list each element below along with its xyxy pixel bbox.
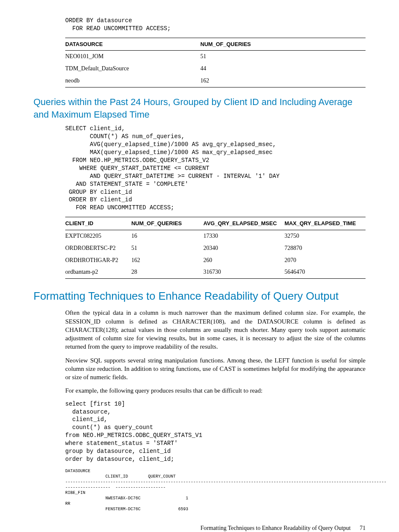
cell: 260 — [203, 254, 284, 267]
table-row: ordbantam-p2 28 316730 5646470 — [65, 266, 366, 278]
th-numqueries: NUM_OF_QUERIES — [200, 38, 366, 51]
cell: ordbantam-p2 — [65, 266, 131, 278]
table-row: ORDROBERTSC-P2 51 20340 728870 — [65, 242, 366, 254]
th-avgelapsed: AVG_QRY_ELAPSED_MSEC — [203, 217, 284, 230]
code-block-select-clientid: SELECT client_id, COUNT(*) AS num_of_que… — [65, 125, 366, 212]
footer-title: Formatting Techniques to Enhance Readabi… — [200, 525, 350, 531]
cell: ORDHROTHGAR-P2 — [65, 254, 131, 267]
cell: 162 — [200, 75, 366, 87]
table-row: EXPTC082205 16 17330 32750 — [65, 230, 366, 242]
cell: EXPTC082205 — [65, 230, 131, 242]
th-clientid: CLIENT_ID — [65, 217, 131, 230]
cell: TDM_Default_DataSource — [65, 63, 200, 75]
cell: NEO0101_JOM — [65, 51, 200, 63]
table-datasource: DATASOURCE NUM_OF_QUERIES NEO0101_JOM 51… — [65, 38, 366, 87]
cell: 5646470 — [284, 266, 366, 278]
cell: 316730 — [203, 266, 284, 278]
code-block-orderby: ORDER BY datasource FOR READ UNCOMMITTED… — [65, 17, 366, 33]
cell: 51 — [200, 51, 366, 63]
cell: 16 — [131, 230, 203, 242]
cell: 28 — [131, 266, 203, 278]
footer-page-number: 71 — [360, 525, 366, 531]
th-datasource: DATASOURCE — [65, 38, 200, 51]
table-clientid: CLIENT_ID NUM_OF_QUERIES AVG_QRY_ELAPSED… — [65, 217, 366, 279]
th-maxelapsed: MAX_QRY_ELAPSED_TIME — [284, 217, 366, 230]
th-numqueries: NUM_OF_QUERIES — [131, 217, 203, 230]
table-row: NEO0101_JOM 51 — [65, 51, 366, 63]
cell: neodb — [65, 75, 200, 87]
paragraph: Neoview SQL supports several string mani… — [65, 356, 366, 382]
paragraph: Often the typical data in a column is mu… — [65, 308, 366, 351]
page-footer: Formatting Techniques to Enhance Readabi… — [33, 524, 366, 532]
table-row: neodb 162 — [65, 75, 366, 87]
section-heading-queries-24h: Queries within the Past 24 Hours, Groupe… — [33, 96, 366, 121]
cell: 51 — [131, 242, 203, 254]
query-output: DATASOURCE CLIENT_ID QUERY_COUNT -------… — [65, 468, 366, 512]
cell: 20340 — [203, 242, 284, 254]
table-row: ORDHROTHGAR-P2 162 260 2070 — [65, 254, 366, 267]
cell: 2070 — [284, 254, 366, 267]
paragraph: For example, the following query produce… — [65, 386, 366, 395]
cell: 17330 — [203, 230, 284, 242]
cell: 728870 — [284, 242, 366, 254]
cell: ORDROBERTSC-P2 — [65, 242, 131, 254]
cell: 162 — [131, 254, 203, 267]
table-row: TDM_Default_DataSource 44 — [65, 63, 366, 75]
cell: 32750 — [284, 230, 366, 242]
code-block-select-first10: select [first 10] datasource, client_id,… — [65, 400, 366, 463]
cell: 44 — [200, 63, 366, 75]
section-heading-formatting: Formatting Techniques to Enhance Readabi… — [33, 289, 366, 303]
